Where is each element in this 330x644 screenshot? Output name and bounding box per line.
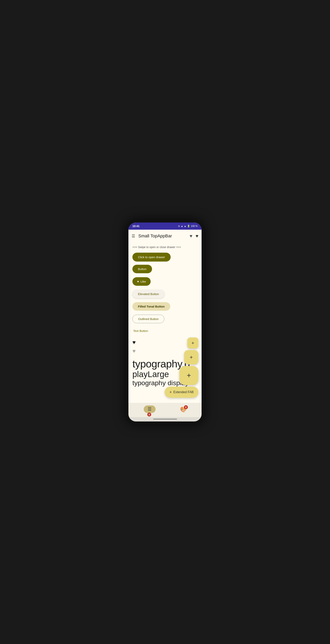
fab-large-plus-icon: +	[187, 371, 191, 380]
outlined-button-row: Outlined Button	[132, 315, 198, 326]
bottom-nav: ☰ 8 🎨 8	[128, 403, 202, 417]
list-icon: ☰	[148, 406, 152, 412]
menu-icon[interactable]: ☰	[132, 234, 135, 238]
nav-item-palette[interactable]: 🎨 8	[180, 406, 186, 412]
battery-text: 100 %	[191, 225, 198, 228]
tonal-button-row: Filled Tonal Button	[132, 302, 198, 314]
fab-extended[interactable]: + Extended FAB	[165, 386, 198, 398]
status-icons: ⊖ ▲ ▲ 🔋 100 %	[178, 225, 198, 228]
signal-icon: ▲	[184, 225, 186, 228]
phone-screen: 10:41 ⊖ ▲ ▲ 🔋 100 % ☰ Small TopAppBar ♥ …	[128, 222, 202, 421]
fab-medium[interactable]: +	[184, 350, 198, 364]
filled-tonal-button[interactable]: Filled Tonal Button	[132, 302, 170, 311]
elevated-button[interactable]: Elevated Button	[132, 290, 164, 298]
filled-button[interactable]: Button	[132, 265, 152, 273]
nav-pill-list: ☰	[144, 406, 156, 413]
elevated-button-row: Elevated Button	[132, 290, 198, 302]
status-time: 10:41	[132, 224, 140, 228]
text-button-row: Text Button	[132, 327, 198, 338]
like-button[interactable]: ♥ Like	[132, 277, 151, 286]
app-bar-actions: ♥ ♥	[190, 233, 198, 239]
fab-medium-plus-icon: +	[190, 354, 193, 360]
wifi-icon: ▲	[181, 225, 183, 228]
app-bar-title: Small TopAppBar	[138, 234, 190, 238]
fab-extended-plus-icon: +	[170, 390, 172, 394]
nfc-icon: ⊖	[178, 225, 180, 228]
like-button-row: ♥ Like	[132, 277, 198, 289]
fab-large[interactable]: +	[179, 366, 198, 385]
nav-badge-1: 8	[147, 412, 151, 416]
open-drawer-button[interactable]: Click to open drawer	[132, 253, 171, 262]
fab-small[interactable]: +	[187, 338, 198, 348]
like-button-label: Like	[140, 280, 146, 283]
nav-item-list[interactable]: ☰ 8	[144, 406, 156, 414]
like-heart-icon: ♥	[137, 280, 139, 283]
favorite-icon-1[interactable]: ♥	[190, 233, 192, 239]
fab-extended-label: Extended FAB	[174, 390, 194, 394]
home-indicator	[128, 417, 202, 422]
swipe-hint: >>> Swipe to open or close drawer >>>	[132, 246, 198, 249]
battery-icon: 🔋	[187, 225, 190, 228]
main-content: >>> Swipe to open or close drawer >>> Cl…	[128, 242, 202, 403]
outlined-button[interactable]: Outlined Button	[132, 315, 164, 323]
fab-stack: + + + + Extended FAB	[165, 338, 198, 398]
fab-small-plus-icon: +	[192, 340, 194, 346]
home-bar	[153, 419, 177, 420]
phone-shell: 10:41 ⊖ ▲ ▲ 🔋 100 % ☰ Small TopAppBar ♥ …	[126, 220, 204, 424]
text-button[interactable]: Text Button	[132, 327, 149, 334]
favorite-icon-2[interactable]: ♥	[196, 233, 198, 239]
nav-badge-2: 8	[184, 405, 188, 409]
status-bar: 10:41 ⊖ ▲ ▲ 🔋 100 %	[128, 222, 202, 230]
badge-wrap-2: 🎨 8	[180, 406, 186, 412]
button-row: Button	[132, 265, 198, 276]
open-drawer-row: Click to open drawer	[132, 253, 198, 262]
top-app-bar: ☰ Small TopAppBar ♥ ♥	[128, 230, 202, 242]
